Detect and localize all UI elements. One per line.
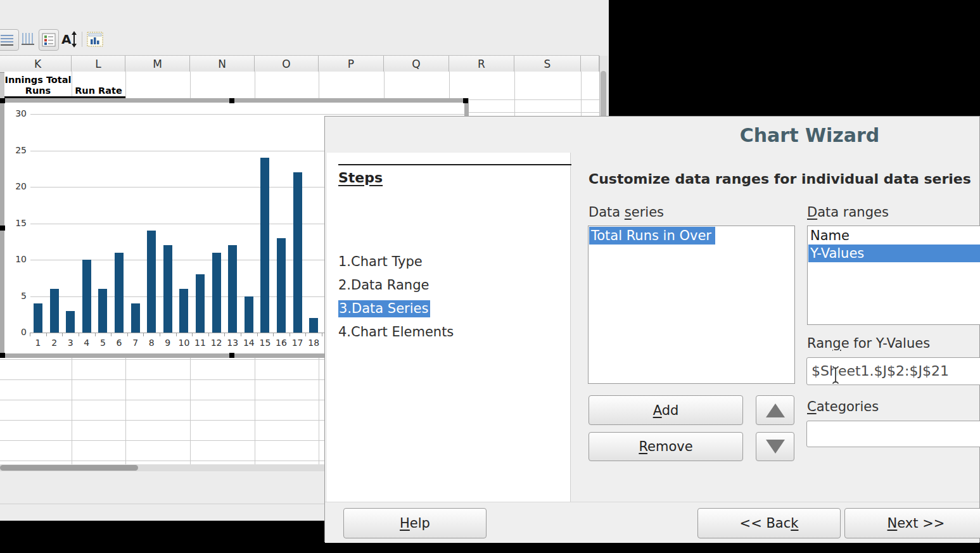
x-axis-tick — [143, 333, 144, 336]
x-axis-tick — [176, 333, 177, 336]
y-axis-tick-label: 25 — [5, 145, 27, 155]
chart-wizard-dialog: Chart Wizard Steps 1.Chart Type2.Data Ra… — [324, 116, 980, 542]
screen: A KLMNOPQRS Innings Total Runs — [0, 0, 980, 553]
data-ranges-listbox[interactable]: NameY-Values — [807, 226, 980, 325]
bar — [131, 303, 140, 333]
x-axis-tick — [305, 333, 306, 336]
back-button[interactable]: << Back — [697, 508, 841, 538]
selection-handle[interactable] — [229, 98, 234, 103]
help-button[interactable]: Help — [343, 508, 487, 538]
remove-button[interactable]: Remove — [589, 432, 743, 461]
legend-icon[interactable] — [39, 29, 59, 51]
selection-handle[interactable] — [229, 353, 234, 358]
column-header[interactable]: K — [4, 56, 72, 72]
gridline — [319, 358, 319, 464]
column-header[interactable]: S — [514, 56, 581, 72]
step-item-label: 3.Data Series — [338, 300, 430, 317]
button-mnemonic: R — [639, 439, 647, 454]
column-header-band: KLMNOPQRS — [0, 55, 599, 73]
column-header[interactable]: P — [319, 56, 384, 72]
gridline — [0, 359, 324, 360]
gridline — [125, 358, 126, 464]
x-axis-category-label: 17 — [290, 338, 306, 348]
column-header[interactable]: Q — [384, 56, 449, 72]
column-header[interactable]: O — [255, 56, 319, 72]
horizontal-scrollbar[interactable] — [0, 464, 324, 471]
add-button[interactable]: Add — [589, 395, 743, 425]
x-axis-tick — [127, 333, 128, 336]
column-header[interactable] — [581, 56, 599, 72]
cell-K1-line1: Innings Total — [4, 75, 71, 85]
x-axis-category-label: 6 — [111, 338, 127, 348]
gridline — [0, 440, 324, 441]
step-item-4[interactable]: 4.Chart Elements — [338, 324, 454, 341]
label-mnemonic: C — [807, 399, 817, 414]
axes-icon[interactable] — [19, 29, 37, 49]
selection-handle[interactable] — [0, 226, 5, 231]
x-axis-tick — [160, 333, 160, 336]
scale-text-icon[interactable]: A — [60, 29, 79, 49]
toolbar-separator — [82, 32, 82, 47]
bar — [179, 289, 188, 333]
svg-text:A: A — [61, 32, 72, 47]
x-axis-tick — [241, 333, 241, 336]
column-header[interactable]: M — [125, 56, 190, 72]
y-axis-tick-label: 20 — [5, 181, 27, 191]
column-header[interactable]: L — [72, 56, 125, 72]
bar — [50, 289, 59, 333]
bar — [115, 253, 124, 333]
arrow-down-icon — [766, 440, 785, 454]
steps-rule — [338, 164, 571, 165]
horizontal-scrollbar-thumb[interactable] — [0, 465, 138, 471]
selection-border-top[interactable] — [0, 98, 469, 103]
step-item-2[interactable]: 2.Data Range — [338, 277, 429, 294]
next-button[interactable]: Next >> — [844, 508, 980, 538]
x-axis-tick — [208, 333, 209, 336]
x-axis-tick — [95, 333, 96, 336]
button-text: dd — [662, 403, 679, 418]
scale-text-glyph: A — [61, 31, 79, 48]
y-axis-tick-label: 15 — [5, 218, 27, 228]
move-down-button[interactable] — [756, 432, 794, 461]
data-range-item[interactable]: Y-Values — [808, 245, 980, 262]
step-item-label: 4.Chart Elements — [338, 324, 454, 340]
vertical-scrollbar[interactable] — [599, 56, 608, 116]
x-axis-tick — [79, 333, 79, 336]
label-text: ata ranges — [817, 205, 889, 220]
column-header[interactable]: N — [190, 56, 255, 72]
cell-K1-line2: Runs — [25, 86, 51, 96]
y-axis-tick-label: 30 — [5, 108, 27, 118]
move-up-button[interactable] — [756, 395, 794, 425]
data-range-item[interactable]: Name — [808, 227, 853, 245]
data-ranges-label: Data ranges — [807, 205, 889, 220]
arrow-up-icon — [766, 404, 785, 417]
data-series-item[interactable]: Total Runs in Over — [589, 227, 715, 245]
column-header[interactable]: R — [449, 56, 514, 72]
step-item-3[interactable]: 3.Data Series — [338, 301, 430, 317]
bar — [293, 172, 302, 333]
x-axis-category-label: 16 — [273, 338, 290, 348]
x-axis-category-label: 2 — [46, 338, 63, 348]
data-series-listbox[interactable]: Total Runs in Over — [588, 226, 795, 384]
x-axis-category-label: 7 — [127, 338, 144, 348]
selection-handle[interactable] — [463, 98, 468, 103]
gridline — [514, 72, 515, 116]
x-axis-category-label: 8 — [143, 338, 160, 348]
button-text: elp — [410, 516, 430, 531]
selection-handle[interactable] — [0, 353, 5, 358]
gridline — [464, 112, 599, 113]
horizontal-grids-icon[interactable] — [0, 29, 19, 51]
bar — [196, 274, 205, 333]
bar — [66, 311, 75, 333]
x-axis-tick — [224, 333, 225, 336]
step-item-label: 2.Data Range — [338, 277, 429, 293]
vertical-scrollbar-thumb[interactable] — [601, 71, 606, 116]
axes-glyph — [20, 32, 35, 47]
selection-handle[interactable] — [0, 98, 5, 103]
categories-input[interactable] — [806, 421, 980, 447]
x-axis-category-label: 5 — [94, 338, 111, 348]
data-table-icon[interactable] — [86, 29, 105, 49]
dialog-title: Chart Wizard — [705, 124, 914, 146]
step-item-1[interactable]: 1.Chart Type — [338, 254, 423, 270]
x-axis-tick — [111, 333, 111, 336]
